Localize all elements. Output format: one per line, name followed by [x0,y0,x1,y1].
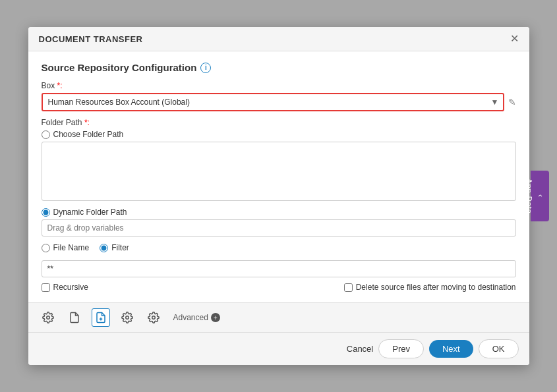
ok-button[interactable]: OK [479,339,519,358]
gear-icon-2[interactable] [118,308,136,327]
folder-tree-area [42,142,516,201]
folder-path-section: Folder Path *: Choose Folder Path Dynami… [42,118,516,237]
box-select-wrapper: Human Resources Box Account (Global) ▼ [42,93,504,111]
document-transfer-modal: DOCUMENT TRANSFER ✕ Source Repository Co… [28,27,529,365]
gear-icon-1[interactable] [39,308,57,327]
app-data-tab[interactable]: ‹ App Data [531,171,549,222]
footer-icons-bar: Advanced + [28,302,529,332]
filter-radio[interactable] [100,244,108,252]
box-select[interactable]: Human Resources Box Account (Global) [42,93,504,111]
file-name-radio-label[interactable]: File Name [42,243,90,252]
delete-source-checkbox-label[interactable]: Delete source files after moving to dest… [344,283,516,292]
box-field-row: Human Resources Box Account (Global) ▼ ✎ [42,93,516,111]
app-data-label: App Data [525,179,533,214]
recursive-checkbox-label[interactable]: Recursive [42,283,88,292]
app-data-arrow-icon: ‹ [536,195,545,198]
modal-title: DOCUMENT TRANSFER [39,34,143,44]
advanced-button[interactable]: Advanced + [173,313,220,322]
svg-point-3 [125,316,129,320]
checkbox-row: Recursive Delete source files after movi… [42,283,516,292]
dynamic-folder-section [42,219,516,237]
svg-point-0 [46,316,49,320]
folder-path-label: Folder Path *: [42,118,516,127]
section-title-text: Source Repository Configuration [42,62,197,73]
edit-icon[interactable]: ✎ [508,97,516,107]
dynamic-folder-radio-label[interactable]: Dynamic Folder Path [42,208,516,217]
choose-folder-radio-label[interactable]: Choose Folder Path [42,130,516,139]
close-button[interactable]: ✕ [510,34,519,44]
gear-icon-3[interactable] [144,308,163,327]
document-icon[interactable] [65,308,84,327]
modal-body: Source Repository Configuration i Box *:… [28,51,529,302]
filter-input[interactable] [42,260,516,277]
footer-buttons: Cancel Prev Next OK [28,332,529,365]
modal-header: DOCUMENT TRANSFER ✕ [28,27,529,51]
prev-button[interactable]: Prev [378,339,424,358]
file-filter-row: File Name Filter [42,243,516,255]
svg-point-4 [152,316,155,320]
advanced-plus-icon: + [211,313,220,322]
dynamic-folder-radio[interactable] [42,208,50,217]
section-title: Source Repository Configuration i [42,62,516,73]
recursive-checkbox[interactable] [42,283,50,292]
box-field-label: Box *: [42,81,516,90]
next-button[interactable]: Next [429,340,473,358]
choose-folder-radio[interactable] [42,130,50,139]
filter-radio-label[interactable]: Filter [100,243,129,252]
drag-drop-input[interactable] [42,219,516,237]
file-name-radio[interactable] [42,244,50,252]
info-icon[interactable]: i [200,63,211,73]
delete-source-checkbox[interactable] [344,283,353,292]
cancel-button[interactable]: Cancel [347,344,373,354]
transfer-icon[interactable] [92,308,110,327]
box-required: *: [55,81,62,90]
